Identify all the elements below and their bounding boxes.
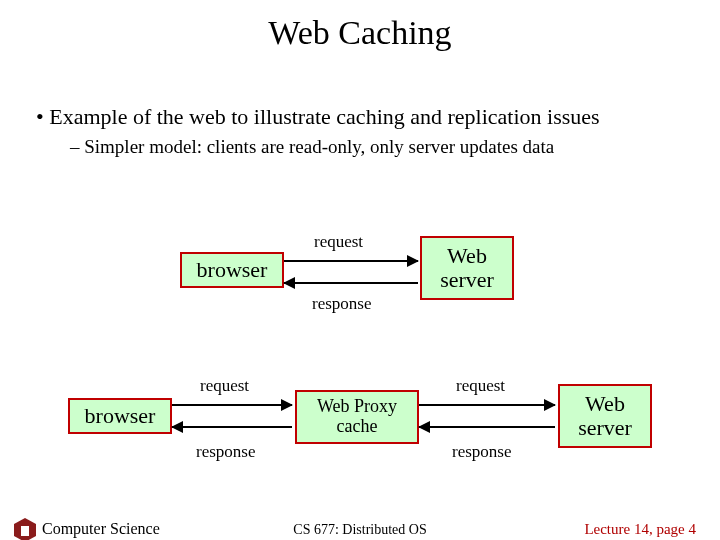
arrow-bl-response xyxy=(172,426,292,428)
label-top-response: response xyxy=(312,294,371,314)
box-browser-bottom: browser xyxy=(68,398,172,434)
arrow-br-request xyxy=(419,404,555,406)
arrow-top-response xyxy=(284,282,418,284)
bullet-list: Example of the web to illustrate caching… xyxy=(36,104,720,158)
box-proxy: Web Proxy cache xyxy=(295,390,419,444)
box-browser-top-label: browser xyxy=(197,258,268,282)
arrow-top-request xyxy=(284,260,418,262)
box-webserver-bottom: Web server xyxy=(558,384,652,448)
bullet-main: Example of the web to illustrate caching… xyxy=(36,104,720,130)
box-webserver-top-line2: server xyxy=(440,268,494,292)
slide: Web Caching Example of the web to illust… xyxy=(0,14,720,540)
box-proxy-line2: cache xyxy=(317,417,397,437)
label-br-request: request xyxy=(456,376,505,396)
box-browser-top: browser xyxy=(180,252,284,288)
arrow-br-response xyxy=(419,426,555,428)
box-webserver-top-line1: Web xyxy=(440,244,494,268)
footer-right: Lecture 14, page 4 xyxy=(584,521,696,538)
slide-title: Web Caching xyxy=(0,14,720,52)
box-proxy-line1: Web Proxy xyxy=(317,397,397,417)
label-top-request: request xyxy=(314,232,363,252)
box-webserver-bottom-line2: server xyxy=(578,416,632,440)
bullet-sub: Simpler model: clients are read-only, on… xyxy=(70,136,720,158)
box-webserver-bottom-line1: Web xyxy=(578,392,632,416)
box-browser-bottom-label: browser xyxy=(85,404,156,428)
label-br-response: response xyxy=(452,442,511,462)
label-bl-request: request xyxy=(200,376,249,396)
label-bl-response: response xyxy=(196,442,255,462)
arrow-bl-request xyxy=(172,404,292,406)
box-webserver-top: Web server xyxy=(420,236,514,300)
